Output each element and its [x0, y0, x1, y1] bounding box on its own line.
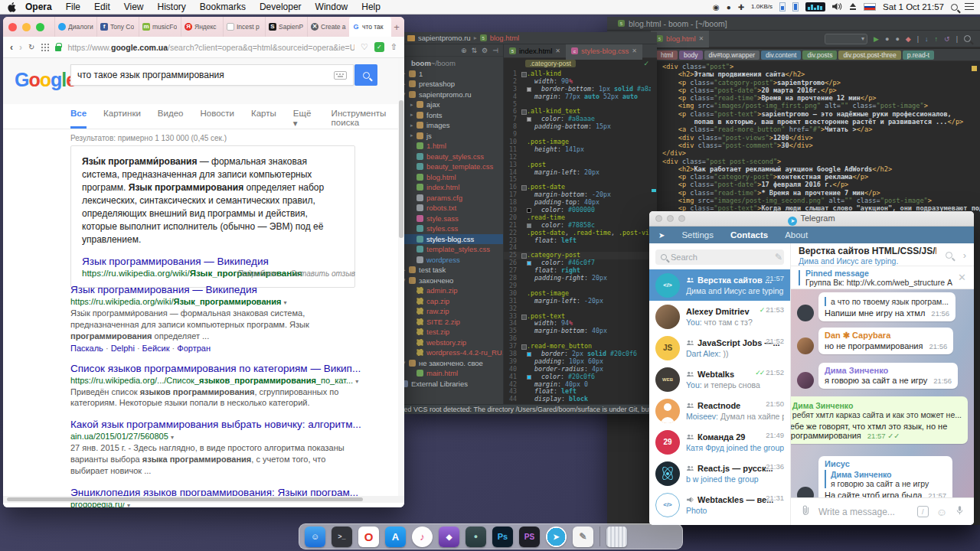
undo-icon[interactable]: ↺: [944, 35, 950, 43]
input-language-flag-icon[interactable]: [864, 3, 876, 11]
menu-opera[interactable]: Opera: [25, 2, 52, 12]
fold-icon[interactable]: [521, 313, 527, 321]
menu-history[interactable]: History: [158, 2, 186, 12]
tree-item[interactable]: cap.zip: [404, 296, 503, 307]
code-line[interactable]: 11 height: 141px: [504, 146, 651, 154]
run-config-dropdown[interactable]: ▾: [825, 34, 867, 44]
menu-developer[interactable]: Developer: [260, 2, 302, 12]
url-field[interactable]: https://www.google.com.ua/search?client=…: [67, 43, 354, 52]
share-icon[interactable]: ⇧: [390, 42, 397, 52]
breadcrumb-div.content[interactable]: div.content: [761, 51, 801, 60]
sitelink[interactable]: Бейсик: [142, 344, 170, 353]
close-tab-icon[interactable]: ✕: [632, 47, 637, 54]
violet-app-icon[interactable]: ◆: [439, 527, 459, 547]
sitelink[interactable]: Паскаль: [70, 344, 103, 353]
tree-item[interactable]: ▸1: [404, 69, 503, 80]
tree-item[interactable]: main.html: [404, 368, 503, 379]
editor-tab-styles-blog.css[interactable]: cstyles-blog.css✕: [566, 44, 642, 60]
tree-item[interactable]: ▸prestashop: [404, 79, 503, 90]
telegram-title-bar[interactable]: ➤Telegram: [649, 211, 974, 227]
spotlight-icon[interactable]: [951, 4, 958, 11]
sender-name[interactable]: Иисус: [825, 459, 946, 468]
tree-item[interactable]: ▾boom ~/boom: [404, 58, 503, 69]
google-nav-2[interactable]: Картинки: [103, 109, 141, 129]
editor-tab-blog-html[interactable]: 5 blog.html✕: [651, 31, 709, 47]
tree-item[interactable]: ▾закончено: [404, 276, 503, 286]
vertical-scrollbar[interactable]: [398, 58, 404, 496]
code-line[interactable]: 44 display: block: [504, 396, 651, 403]
tree-item[interactable]: test.zip: [404, 327, 503, 337]
dark-app-icon[interactable]: ●: [466, 527, 486, 547]
sender-name[interactable]: Дима Зинченко: [825, 366, 952, 375]
horizontal-scrollbar[interactable]: [3, 496, 404, 503]
telegram-icon[interactable]: ➤: [546, 527, 567, 547]
fold-icon[interactable]: [521, 343, 527, 350]
tree-item[interactable]: ▾не закончено. свое: [404, 358, 503, 369]
code-line[interactable]: 15: [504, 176, 651, 184]
close-tab-icon[interactable]: ✕: [555, 47, 560, 54]
notification-center-icon[interactable]: [965, 3, 974, 11]
cpu-meter-icon[interactable]: [792, 2, 799, 11]
tree-item[interactable]: blog.html: [404, 172, 503, 183]
code-line[interactable]: 12: [504, 154, 651, 161]
google-nav-3[interactable]: Видео: [158, 109, 184, 129]
result-title[interactable]: Список языков программирования по катего…: [70, 363, 361, 374]
code-line[interactable]: 52 <div class="post-views">1200</div>: [607, 134, 980, 142]
code-line[interactable]: 35 margin-bottom: 40px: [504, 328, 651, 335]
google-nav-6[interactable]: Ещё ▾: [293, 109, 315, 129]
snippet-link[interactable]: Язык программирования — Википедия: [82, 256, 344, 267]
code-line[interactable]: 28 padding-right: 20px: [504, 275, 651, 282]
sitelink[interactable]: Фортран: [177, 344, 211, 353]
istat-widget-icon[interactable]: [805, 2, 825, 11]
finder-icon[interactable]: ☺: [305, 527, 325, 547]
code-line[interactable]: 44 <h2>Этапы продвижения сайта</h2>: [607, 70, 980, 78]
fold-icon[interactable]: [521, 108, 527, 116]
network-speed[interactable]: 1.0KB/s: [751, 4, 773, 10]
browser-tab[interactable]: Диалоги: [54, 17, 96, 37]
nav-file[interactable]: blog.html: [490, 34, 520, 42]
tree-item[interactable]: ▸test task: [404, 265, 503, 276]
textedit-icon[interactable]: ✎: [573, 527, 593, 547]
toolbar-icon[interactable]: ◆: [906, 35, 911, 43]
code-line[interactable]: 48 <img src="images/post-img_first.png" …: [607, 102, 980, 109]
compose-pencil-icon[interactable]: ✎: [775, 252, 782, 262]
hide-panel-icon[interactable]: ⊣: [492, 47, 498, 54]
code-line[interactable]: 55<div class="post post-second">: [607, 158, 980, 165]
photoshop-icon[interactable]: Ps: [492, 527, 513, 547]
keyboard-icon[interactable]: [334, 71, 347, 80]
telegram-menu-about[interactable]: About: [785, 230, 808, 240]
code-line[interactable]: 43<div class="post">: [607, 63, 980, 70]
result-sitelinks[interactable]: Паскаль · Delphi · Бейсик · Фортран: [70, 344, 361, 353]
menubar-clock[interactable]: Sat 1 Oct 21:57: [883, 2, 944, 11]
outgoing-message[interactable]: Дима Зинченкоребят хмтл карказ сайта и к…: [792, 396, 968, 444]
status-icon-3[interactable]: ✚: [738, 3, 744, 11]
trash-icon[interactable]: [606, 527, 627, 547]
code-line[interactable]: 60 <img src="images/post-img_second.png"…: [607, 197, 980, 204]
reload-icon[interactable]: ↻: [28, 43, 34, 51]
google-nav-4[interactable]: Новости: [200, 109, 234, 129]
itunes-icon[interactable]: ♪: [412, 527, 433, 547]
menu-window[interactable]: Window: [315, 2, 348, 12]
fold-icon[interactable]: [521, 70, 527, 78]
eject-icon[interactable]: [849, 3, 857, 11]
tree-item[interactable]: styles.css: [404, 223, 503, 234]
code-line[interactable]: 22.post-date, .read-time, .post-views: [504, 230, 651, 237]
chat-list-item[interactable]: JSJavaScript Jobs —...Dart Alex: ))21:52: [649, 332, 790, 364]
code-line[interactable]: 53 <div class="post-comment">30</div>: [607, 142, 980, 149]
code-line[interactable]: 47 <p class="read-time">Время на прочтен…: [607, 94, 980, 102]
search-input[interactable]: что такое язык программирования: [70, 64, 354, 86]
code-line[interactable]: 14 margin-left: 20px: [504, 169, 651, 177]
opera-icon[interactable]: O: [358, 527, 379, 547]
collapse-icon[interactable]: ⇅: [472, 47, 478, 54]
tree-item[interactable]: ▸fonts: [404, 110, 503, 121]
code-editor-html[interactable]: 43<div class="post">44 <h2>Этапы продвиж…: [607, 63, 980, 213]
message-area[interactable]: а что по твоему язык програм...Напиши мн…: [791, 289, 974, 497]
browser-tab[interactable]: Gчто так: [349, 17, 391, 37]
tree-item[interactable]: wordpress-4.4.2-ru_RU.zip: [404, 347, 503, 358]
incoming-message[interactable]: Дима Зинченкоя говорю за сайт а не игру2…: [797, 363, 958, 389]
code-line[interactable]: 45 <p class="category-post">sapientpromo…: [607, 79, 980, 86]
terminal-icon[interactable]: >_: [332, 527, 352, 547]
sender-name[interactable]: Dan ✱ Capybara: [825, 331, 947, 341]
menu-edit[interactable]: Edit: [94, 2, 110, 12]
menu-bookmarks[interactable]: Bookmarks: [200, 2, 246, 12]
